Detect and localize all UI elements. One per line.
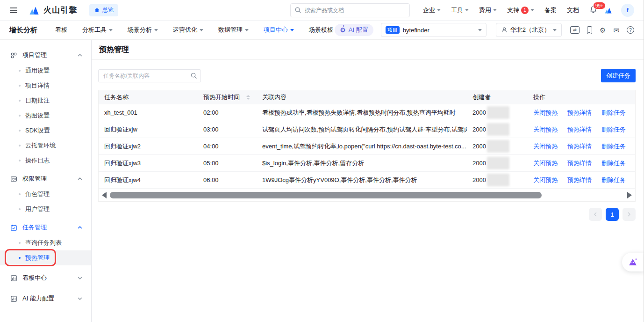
sidebar-item-query-task-list[interactable]: 查询任务列表 (0, 235, 91, 250)
related-content-cell: 看板预热成功率,看板预热失败详情,看板预热时间分布,预热查询平均耗时 (257, 109, 467, 117)
sort-icon[interactable] (246, 95, 250, 100)
project-selector[interactable]: 项目 bytefinder (381, 23, 487, 37)
related-content-cell: event_time,试驾预约转化率,io.popen("curl https:… (257, 142, 467, 151)
nav-scene-template[interactable]: 场景模板 (309, 26, 333, 34)
mobile-phone-icon[interactable] (587, 26, 592, 34)
chevron-down-icon (465, 9, 469, 11)
close-preheat-link[interactable]: 关闭预热 (533, 159, 558, 168)
console-switch-icon[interactable]: ⇄ (570, 26, 580, 34)
product-title: 增长分析 (9, 26, 37, 35)
nav-project-center[interactable]: 项目中心 (264, 26, 294, 34)
sidebar-item-operation-log[interactable]: 操作日志 (0, 153, 91, 168)
bullet-dot (19, 145, 21, 146)
sidebar-section-header-ai-capability[interactable]: AI 能力配置 (0, 291, 91, 307)
region-selector[interactable]: 华北2（北京） (496, 23, 562, 37)
menu-enterprise[interactable]: 企业 (423, 6, 441, 15)
task-name-cell: 回归验证xjw2 (99, 142, 198, 151)
sidebar-item-project-details[interactable]: 项目详情 (0, 78, 91, 93)
menu-billing[interactable]: 费用 (479, 6, 497, 15)
close-preheat-link[interactable]: 关闭预热 (533, 125, 558, 134)
task-name-cell: 回归验证xjw4 (99, 176, 198, 184)
preheat-detail-link[interactable]: 预热详情 (567, 142, 592, 151)
menu-icp[interactable]: 备案 (544, 6, 557, 15)
preheat-detail-link[interactable]: 预热详情 (567, 109, 592, 117)
sidebar-item-heatmap-settings[interactable]: 热图设置 (0, 108, 91, 123)
delete-task-link[interactable]: 删除任务 (601, 109, 626, 117)
sidebar-item-cloud-hosting[interactable]: 云托管环境 (0, 138, 91, 153)
close-preheat-link[interactable]: 关闭预热 (533, 176, 558, 184)
project-name: bytefinder (403, 27, 429, 34)
nav-scene-analysis[interactable]: 场景分析 (128, 26, 158, 34)
scrollbar-thumb[interactable] (110, 192, 542, 198)
app-window: 火山引擎 总览 企业 工具 费用 支持1 备案 文档 99+ f 增长分析 看板 (0, 0, 644, 322)
top-search-input[interactable] (290, 3, 410, 17)
sidebar-item-general-settings[interactable]: 通用设置 (0, 63, 91, 78)
nav-data-management[interactable]: 数据管理 (218, 26, 249, 34)
prev-page-button[interactable] (589, 208, 602, 221)
overview-button[interactable]: 总览 (89, 4, 118, 16)
task-filter-input[interactable] (98, 69, 201, 82)
nav-dashboard[interactable]: 看板 (55, 26, 67, 34)
scrollbar-track[interactable] (110, 192, 624, 198)
notification-bell-icon[interactable]: 99+ (589, 6, 597, 15)
create-task-button[interactable]: 创建任务 (601, 69, 636, 82)
col-header-start-time[interactable]: 预热开始时间 (198, 93, 257, 102)
toolbar: 创建任务 (98, 69, 636, 82)
menu-support[interactable]: 支持1 (507, 6, 534, 15)
sidebar-section-header-dashboard-center[interactable]: 看板中心 (0, 270, 91, 286)
close-preheat-link[interactable]: 关闭预热 (533, 109, 558, 117)
menu-tools[interactable]: 工具 (451, 6, 469, 15)
ai-config-button[interactable]: ⚙ ✦ AI 配置 (335, 24, 373, 36)
delete-task-link[interactable]: 删除任务 (601, 125, 626, 134)
sidebar-section-header-permission-mgmt[interactable]: 权限管理 (0, 171, 91, 187)
next-page-button[interactable] (623, 208, 636, 221)
redacted-creator-block (487, 123, 509, 136)
help-question-icon[interactable]: ? (627, 26, 634, 34)
sidebar-section-header-task-mgmt[interactable]: 任务管理 (0, 220, 91, 235)
start-time-cell: 04:00 (198, 143, 257, 150)
gear-icon[interactable]: ⚙ (600, 27, 606, 34)
sidebar-item-preheat-mgmt[interactable]: 预热管理 (0, 250, 91, 265)
actions-cell: 关闭预热 预热详情 删除任务 (528, 109, 635, 117)
bullet-dot (19, 193, 21, 195)
user-avatar[interactable]: f (621, 4, 634, 17)
preheat-detail-link[interactable]: 预热详情 (567, 125, 592, 134)
page-1-button[interactable]: 1 (606, 208, 619, 221)
ai-assistant-fab[interactable] (622, 253, 644, 271)
delete-task-link[interactable]: 删除任务 (601, 159, 626, 168)
close-preheat-link[interactable]: 关闭预热 (533, 142, 558, 151)
chevron-up-icon (77, 176, 83, 182)
overview-label: 总览 (102, 6, 114, 14)
delete-task-link[interactable]: 删除任务 (601, 176, 626, 184)
related-content-cell: $is_login,事件分析,事件分析,留存分析 (257, 159, 467, 168)
preheat-detail-link[interactable]: 预热详情 (567, 159, 592, 168)
bullet-dot (19, 70, 21, 72)
volcengine-logo[interactable]: 火山引擎 (28, 5, 77, 16)
nav-analysis-tools[interactable]: 分析工具 (82, 26, 113, 34)
delete-task-link[interactable]: 删除任务 (601, 142, 626, 151)
actions-cell: 关闭预热 预热详情 删除任务 (528, 125, 635, 134)
chevron-right-icon (626, 212, 632, 217)
bullet-dot (19, 85, 21, 87)
sidebar-item-date-annotation[interactable]: 日期批注 (0, 93, 91, 108)
col-header-actions: 操作 (528, 93, 635, 102)
sidebar-item-sdk-settings[interactable]: SDK设置 (0, 123, 91, 138)
nav-operation-optimize[interactable]: 运营优化 (173, 26, 203, 34)
table-header-row: 任务名称 预热开始时间 关联内容 创建者 操作 (99, 90, 635, 104)
menu-docs[interactable]: 文档 (567, 6, 579, 15)
chevron-down-icon (553, 29, 557, 31)
sidebar-item-role-mgmt[interactable]: 角色管理 (0, 187, 91, 202)
ai-config-label: AI 配置 (349, 26, 368, 34)
sidebar-item-user-mgmt[interactable]: 用户管理 (0, 202, 91, 217)
chevron-down-icon (290, 29, 294, 31)
preheat-detail-link[interactable]: 预热详情 (567, 176, 592, 184)
scroll-right-arrow-icon[interactable] (627, 192, 632, 198)
start-time-cell: 06:00 (198, 176, 257, 183)
mail-icon[interactable]: ✉ (613, 27, 619, 34)
product-nav-bar: 增长分析 看板 分析工具 场景分析 运营优化 数据管理 项目中心 场景模板 ⚙ … (0, 21, 644, 40)
hamburger-menu-icon[interactable] (9, 6, 18, 15)
scroll-left-arrow-icon[interactable] (102, 192, 107, 198)
creator-cell: 2000 (467, 174, 528, 186)
sidebar-section-header-project-mgmt[interactable]: 项目管理 (0, 47, 91, 63)
horizontal-scrollbar[interactable] (99, 189, 635, 201)
